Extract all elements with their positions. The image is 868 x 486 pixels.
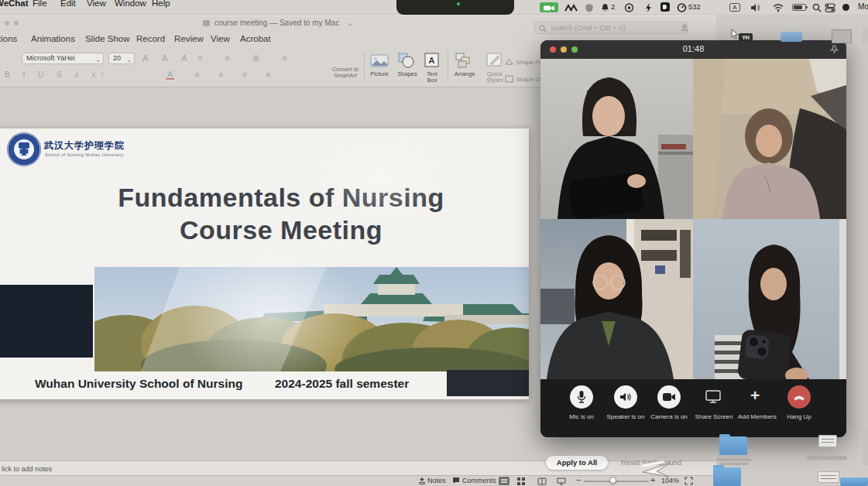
menu-edit[interactable]: Edit [60,0,76,8]
share-presence-icon[interactable] [680,23,689,33]
comments-icon[interactable] [452,477,460,484]
campus-photo[interactable] [94,267,529,371]
shapes-icon[interactable] [398,53,415,68]
bell-icon[interactable] [601,3,609,12]
tab-review[interactable]: Review [174,34,204,43]
desktop-file[interactable] [818,435,837,447]
window-minimize-button[interactable] [14,21,19,26]
zoom-out-button[interactable]: − [576,475,581,484]
slideshow-view-button[interactable] [557,477,566,485]
menu-file[interactable]: File [33,0,47,8]
share-screen-button[interactable] [705,390,721,403]
zoom-slider-thumb[interactable] [609,477,616,484]
slide-title-line1[interactable]: Fundamentals of Nursing [18,183,544,213]
video-tile-participant-4[interactable] [693,219,846,379]
search-input[interactable]: Search (Cmd + Ctrl + U) [534,22,688,34]
font-size-select[interactable]: 20 ⌄ [108,53,135,64]
fit-to-window-button[interactable] [684,477,693,485]
video-camera-glyph [540,3,558,13]
slide-accent-rectangle-right[interactable] [447,370,529,396]
notes-toggle-icon[interactable] [418,477,426,484]
pin-icon[interactable] [830,45,839,54]
normal-view-button[interactable] [499,477,509,485]
desktop-icon[interactable] [832,29,852,43]
desktop-file[interactable] [818,471,839,483]
desktop-icon[interactable] [863,430,868,465]
control-center-icon[interactable] [825,3,835,12]
chevrons-status-icon[interactable] [564,3,579,12]
notes-toggle-button[interactable]: Notes [427,477,446,484]
slide-footer-left[interactable]: Wuhan University School of Nursing [35,377,242,391]
battery-fill [794,5,802,9]
hang-up-button[interactable] [787,385,811,409]
call-timer: 01:48 [540,44,846,53]
meter-icon[interactable] [677,3,687,12]
menu-window[interactable]: Window [115,0,146,8]
add-members-button[interactable]: + [750,387,760,403]
title-chevron-icon[interactable]: ⌄ [347,19,353,27]
bold-italic-underline-buttons[interactable]: B I U S x x² [5,70,109,79]
wifi-icon[interactable] [773,3,784,12]
font-resize-buttons[interactable]: A A A [142,53,194,63]
input-source-icon[interactable]: A [729,3,740,12]
speaker-icon [619,392,632,402]
desktop-folder[interactable] [719,436,747,455]
tab-slide-show[interactable]: Slide Show [85,34,130,43]
slide-accent-rectangle-left[interactable] [0,285,93,358]
tab-view[interactable]: View [211,34,230,43]
apply-to-all-button[interactable]: Apply to All [546,456,608,470]
search-icon [539,25,547,33]
reading-view-button[interactable] [537,477,547,485]
menu-help[interactable]: Help [152,0,170,8]
meter-value: 532 [688,2,701,11]
tab-acrobat[interactable]: Acrobat [240,34,271,43]
quick-styles-icon[interactable] [486,53,503,68]
speaker-button[interactable] [614,385,637,409]
video-tile-participant-2[interactable] [693,59,846,219]
desktop-folder[interactable] [840,477,868,486]
desktop-folder[interactable] [713,467,741,486]
desktop-icon[interactable] [863,29,868,44]
menubar-clock-text: Mo [858,2,868,11]
menu-view[interactable]: View [87,0,106,8]
dark-app-status-icon[interactable] [660,2,670,12]
menu-app-wechat[interactable]: WeChat [0,0,29,8]
camera-button[interactable] [657,385,681,409]
slide-sorter-view-button[interactable] [517,477,525,485]
alignment-buttons[interactable]: ≡ ≡ ≡ ≡ [195,70,280,79]
autosave-icon [203,20,210,26]
tab-transitions[interactable]: tions [0,34,17,43]
font-name-select[interactable]: Microsoft YaHei ⌄ [22,53,104,64]
text-box-icon[interactable]: A [424,53,439,67]
shape-fill-icon[interactable] [505,58,513,66]
comments-toggle-button[interactable]: Comments [462,477,496,484]
siri-icon[interactable] [842,4,849,11]
picture-icon[interactable] [370,54,389,67]
shape-fill-button[interactable]: Shape Fill [516,59,544,66]
wechat-call-active-icon[interactable] [540,2,558,12]
spotlight-search-icon[interactable] [812,3,822,12]
desktop-icon[interactable] [781,32,802,42]
mic-button[interactable] [570,385,593,409]
shield-icon[interactable] [585,3,594,12]
video-tile-participant-1[interactable] [540,59,693,219]
convert-smartart-button[interactable]: Convert to SmartArt [325,67,365,79]
slide-footer-right[interactable]: 2024-2025 fall semester [275,377,409,391]
logo-title-cn: 武汉大学护理学院 [44,139,125,152]
shape-outline-icon[interactable] [505,75,513,83]
file-line [822,439,834,440]
list-format-buttons[interactable]: ≡ ≡ ≣ ≡ [197,53,297,63]
creative-cloud-icon[interactable] [624,3,634,12]
window-close-button[interactable] [5,21,9,26]
slide-title-line2[interactable]: Course Meeting [18,215,544,245]
bolt-icon[interactable] [645,3,652,12]
arrange-icon[interactable] [455,53,472,68]
font-color-swatch [166,78,174,80]
notes-pane[interactable]: lick to add notes [0,460,716,475]
tab-animations[interactable]: Animations [31,34,75,43]
shape-outline-button[interactable]: Shape Ou [516,76,544,83]
battery-icon[interactable] [792,4,806,11]
tab-record[interactable]: Record [136,34,165,43]
volume-icon[interactable] [750,3,761,12]
video-tile-participant-3[interactable] [540,219,693,379]
